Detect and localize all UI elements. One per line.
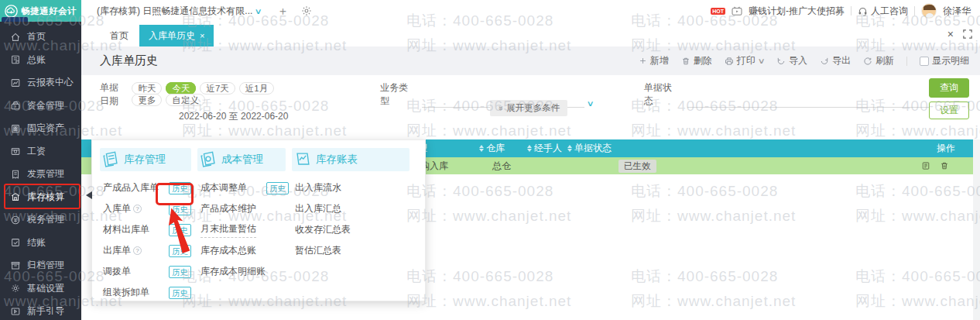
toolbar-export-button[interactable]: 导出 bbox=[820, 54, 851, 67]
sidebar-item-2[interactable]: 云报表中心 bbox=[0, 71, 81, 95]
toolbar-delete-button[interactable]: 删除 bbox=[681, 54, 712, 67]
sidebar-item-9[interactable]: 结账 bbox=[0, 232, 81, 255]
date-option-自定义[interactable]: 自定义 bbox=[166, 94, 205, 106]
sidebar-item-12[interactable]: 新手引导 bbox=[0, 300, 81, 320]
menu-item-入库单[interactable]: 入库单?历史 bbox=[100, 198, 191, 219]
fullscreen-icon[interactable] bbox=[963, 29, 972, 39]
menu-item-出库单[interactable]: 出库单?历史 bbox=[100, 240, 191, 261]
report-doc-icon bbox=[293, 150, 312, 169]
filter-panel: 单据日期 昨天今天近7天近1月更多自定义 业务类型 ∨ 单据状态 ∨ 2022-… bbox=[81, 75, 980, 122]
history-badge[interactable]: 历史 bbox=[169, 245, 191, 257]
close-tab-icon[interactable]: × bbox=[200, 31, 204, 40]
sidebar-item-1[interactable]: 总账 bbox=[0, 49, 81, 72]
menu-item-组装拆卸单[interactable]: 组装拆卸单历史 bbox=[100, 282, 191, 303]
sidebar-item-label: 首页 bbox=[27, 30, 46, 43]
settings-button[interactable]: 设置 bbox=[929, 102, 969, 119]
menu-section-title: 库存管理 bbox=[100, 148, 191, 171]
cell-warehouse: 总仓 bbox=[476, 160, 524, 173]
gear-icon[interactable] bbox=[301, 5, 312, 16]
toolbar-button-label: 打印 bbox=[737, 54, 756, 67]
tab-inbound-history[interactable]: 入库单历史 × bbox=[139, 25, 214, 46]
menu-item-库存成本明细账[interactable]: 库存成本明细账 bbox=[197, 261, 289, 282]
sidebar-item-label: 库存核算 bbox=[27, 191, 64, 204]
menu-item-暂估汇总表[interactable]: 暂估汇总表 bbox=[292, 240, 383, 261]
user-name[interactable]: 徐泽华 bbox=[943, 5, 971, 18]
view-voucher-icon[interactable] bbox=[921, 161, 930, 170]
chevron-down-icon[interactable]: ∨ bbox=[587, 99, 595, 108]
date-option-今天[interactable]: 今天 bbox=[166, 82, 196, 95]
help-icon[interactable]: ? bbox=[133, 246, 142, 255]
menu-item-库存成本总账[interactable]: 库存成本总账 bbox=[197, 240, 289, 261]
avatar[interactable] bbox=[921, 3, 937, 19]
history-badge[interactable]: 历史 bbox=[169, 182, 191, 194]
add-account-set-button[interactable]: ＋ bbox=[277, 4, 289, 19]
history-badge[interactable]: 历史 bbox=[169, 224, 191, 236]
workspace-switcher[interactable]: (库存核算) 日照畅捷通信息技术有限... ∨ bbox=[97, 5, 262, 18]
date-option-近1月[interactable]: 近1月 bbox=[239, 82, 274, 95]
printer-icon bbox=[725, 57, 734, 66]
toolbar-print-button[interactable]: 打印∨ bbox=[725, 54, 764, 67]
delete-row-icon[interactable] bbox=[940, 161, 949, 170]
sidebar-item-8[interactable]: 税务管理 bbox=[0, 208, 81, 232]
history-badge[interactable]: 历史 bbox=[169, 203, 191, 215]
sidebar-item-7[interactable]: 库存核算 bbox=[0, 186, 81, 209]
vertical-scrollbar[interactable] bbox=[973, 139, 980, 320]
support-link[interactable]: 人工咨询 bbox=[858, 5, 908, 18]
divider bbox=[914, 6, 915, 15]
history-badge[interactable]: 历史 bbox=[266, 182, 289, 194]
column-header-6[interactable]: 经手人 bbox=[524, 142, 564, 155]
sidebar-item-label: 固定资产 bbox=[27, 122, 64, 135]
sort-icon[interactable] bbox=[527, 145, 532, 152]
menu-item-label: 组装拆卸单 bbox=[103, 286, 149, 299]
column-header-5[interactable]: 仓库 bbox=[476, 142, 524, 155]
sort-icon[interactable] bbox=[567, 145, 572, 152]
toolbar-import-button[interactable]: 导入 bbox=[776, 54, 807, 67]
menu-item-月末批量暂估[interactable]: 月末批量暂估 bbox=[197, 219, 289, 240]
menu-item-label: 库存成本总账 bbox=[200, 244, 256, 257]
sidebar: 首页总账云报表中心资金管理固定资产工资发票管理库存核算税务管理结账归档管理基础设… bbox=[0, 22, 81, 320]
sidebar-item-label: 新手引导 bbox=[27, 305, 64, 318]
menu-item-出入库流水[interactable]: 出入库流水 bbox=[292, 177, 383, 198]
closing-icon bbox=[10, 237, 21, 248]
date-range-value[interactable]: 2022-06-20 至 2022-06-20 bbox=[179, 110, 969, 123]
show-detail-checkbox[interactable]: 显示明细 bbox=[920, 54, 969, 67]
history-badge[interactable]: 历史 bbox=[169, 287, 191, 299]
page-title: 入库单历史 bbox=[100, 53, 158, 68]
expand-more-button[interactable]: « 展开更多条件 bbox=[490, 100, 567, 116]
close-all-icon[interactable]: × bbox=[947, 28, 954, 40]
sidebar-item-4[interactable]: 固定资产 bbox=[0, 117, 81, 140]
invoice-icon bbox=[10, 169, 21, 180]
toolbar-refresh-button[interactable]: 刷新 bbox=[863, 54, 894, 67]
help-icon[interactable]: ? bbox=[133, 205, 142, 213]
tab-home[interactable]: 首页 bbox=[99, 25, 139, 46]
guide-icon bbox=[10, 306, 21, 317]
menu-item-材料出库单[interactable]: 材料出库单历史 bbox=[100, 219, 191, 240]
menu-item-出入库汇总[interactable]: 出入库汇总 bbox=[292, 198, 383, 219]
promo-link[interactable]: 赚钱计划-推广大使招募 bbox=[749, 5, 845, 18]
status-input[interactable] bbox=[687, 94, 961, 108]
menu-item-调拨单[interactable]: 调拨单历史 bbox=[100, 261, 191, 282]
support-label: 人工咨询 bbox=[871, 5, 908, 18]
search-button[interactable]: 查询 bbox=[929, 78, 969, 98]
menu-item-产品成本维护[interactable]: 产品成本维护 bbox=[197, 198, 289, 219]
expand-more-label: 展开更多条件 bbox=[506, 102, 560, 114]
history-badge[interactable]: 历史 bbox=[169, 266, 191, 278]
sort-icon[interactable] bbox=[479, 145, 484, 152]
toolbar-add-button[interactable]: 新增 bbox=[639, 54, 669, 67]
toolbar-button-label: 删除 bbox=[694, 54, 712, 67]
column-header-7[interactable]: 单据状态 bbox=[564, 142, 897, 155]
sidebar-item-6[interactable]: 发票管理 bbox=[0, 163, 81, 186]
menu-item-成本调整单[interactable]: 成本调整单历史 bbox=[197, 177, 289, 198]
menu-item-产成品入库单[interactable]: 产成品入库单历史 bbox=[100, 177, 191, 198]
menu-item-收发存汇总表[interactable]: 收发存汇总表 bbox=[292, 219, 383, 240]
date-option-昨天[interactable]: 昨天 bbox=[132, 82, 162, 95]
sidebar-item-10[interactable]: 归档管理 bbox=[0, 254, 81, 277]
sidebar-item-0[interactable]: 首页 bbox=[0, 26, 81, 49]
sidebar-item-11[interactable]: 基础设置 bbox=[0, 277, 81, 301]
menu-section-title: 库存账表 bbox=[292, 148, 409, 171]
date-option-近7天[interactable]: 近7天 bbox=[200, 82, 235, 95]
sidebar-item-3[interactable]: 资金管理 bbox=[0, 95, 81, 118]
menu-item-label: 产品成本维护 bbox=[200, 202, 256, 215]
sidebar-item-5[interactable]: 工资 bbox=[0, 140, 81, 163]
date-option-更多[interactable]: 更多 bbox=[132, 94, 162, 106]
